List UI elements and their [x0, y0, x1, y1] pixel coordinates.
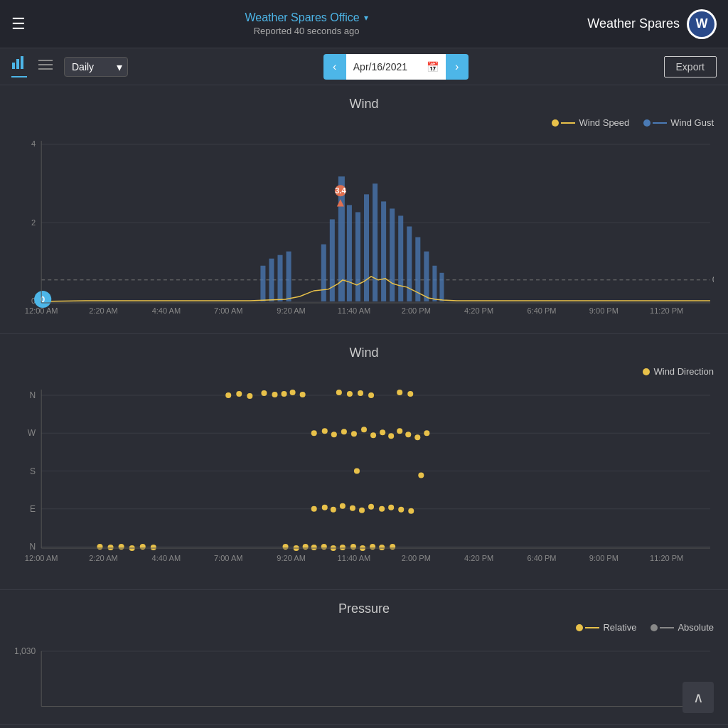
toolbar: Daily Weekly Monthly ‹ Apr/16/2021 📅 › E…	[0, 48, 728, 85]
svg-point-90	[311, 506, 317, 512]
svg-text:2:00 PM: 2:00 PM	[402, 554, 431, 562]
svg-rect-30	[424, 252, 429, 301]
svg-text:7:00 AM: 7:00 AM	[214, 554, 242, 562]
next-date-button[interactable]: ›	[446, 54, 469, 80]
date-nav: ‹ Apr/16/2021 📅 ›	[323, 54, 469, 80]
svg-point-111	[321, 544, 327, 550]
station-chevron-icon: ▾	[364, 13, 368, 23]
svg-point-81	[370, 432, 376, 438]
svg-point-116	[370, 544, 375, 550]
svg-text:9:20 AM: 9:20 AM	[277, 306, 305, 315]
svg-text:3.4: 3.4	[335, 186, 346, 195]
menu-icon[interactable]: ☰	[11, 15, 26, 33]
svg-text:E: E	[30, 504, 36, 514]
wind-speed-legend: Wind Speed	[552, 117, 629, 128]
svg-text:N: N	[29, 390, 36, 400]
svg-point-82	[380, 429, 385, 435]
pressure-chart-title: Pressure	[14, 601, 714, 616]
svg-point-84	[397, 428, 402, 434]
wind-chart1-title: Wind	[14, 97, 714, 112]
period-select-wrapper[interactable]: Daily Weekly Monthly	[64, 57, 128, 77]
svg-point-103	[119, 544, 124, 550]
prev-date-button[interactable]: ‹	[323, 54, 346, 80]
svg-point-75	[311, 430, 317, 436]
wind-direction-chart: N W S E N	[14, 382, 714, 575]
svg-point-77	[331, 432, 337, 437]
brand-name: Weather Spares	[587, 16, 680, 31]
svg-rect-23	[364, 194, 369, 301]
svg-point-101	[97, 544, 102, 550]
svg-point-86	[414, 434, 420, 440]
svg-text:2:20 AM: 2:20 AM	[89, 306, 117, 315]
export-button[interactable]: Export	[664, 56, 717, 77]
svg-point-73	[397, 390, 402, 395]
svg-text:W: W	[28, 428, 36, 438]
station-selector[interactable]: Weather Spares Office ▾	[245, 11, 368, 24]
svg-text:2:20 AM: 2:20 AM	[89, 554, 117, 562]
svg-point-105	[140, 544, 146, 550]
svg-point-89	[418, 473, 424, 478]
svg-text:9:00 PM: 9:00 PM	[589, 554, 619, 562]
svg-text:11:40 AM: 11:40 AM	[338, 306, 371, 315]
wind-speed-legend-label: Wind Speed	[579, 117, 629, 128]
chart-icon[interactable]	[11, 55, 27, 77]
svg-text:4: 4	[31, 139, 36, 148]
svg-rect-2	[21, 56, 23, 69]
svg-point-113	[340, 545, 346, 550]
svg-point-74	[407, 391, 413, 397]
svg-text:12:00 AM: 12:00 AM	[25, 554, 58, 562]
period-select[interactable]: Daily Weekly Monthly	[64, 57, 128, 77]
svg-rect-28	[407, 227, 412, 301]
svg-text:12:00 AM: 12:00 AM	[25, 306, 58, 315]
svg-point-100	[408, 508, 414, 514]
svg-text:6:40 PM: 6:40 PM	[527, 306, 556, 315]
svg-point-114	[350, 544, 356, 550]
date-value: Apr/16/2021	[353, 61, 407, 73]
wind-speed-chart: 4 2 0 0.6	[14, 134, 714, 319]
svg-text:N: N	[29, 542, 36, 552]
svg-point-78	[341, 429, 347, 434]
svg-text:4:40 AM: 4:40 AM	[152, 306, 181, 315]
svg-point-96	[368, 504, 374, 510]
svg-point-64	[261, 390, 267, 396]
svg-rect-17	[287, 252, 291, 301]
list-icon[interactable]	[38, 58, 53, 75]
wind-chart2-legend: Wind Direction	[14, 366, 714, 377]
svg-text:7:00 AM: 7:00 AM	[214, 306, 242, 315]
svg-point-66	[282, 391, 287, 397]
svg-text:9:20 AM: 9:20 AM	[277, 554, 305, 562]
svg-point-71	[358, 390, 363, 396]
svg-point-72	[368, 392, 374, 398]
svg-rect-15	[269, 259, 274, 301]
svg-text:11:20 PM: 11:20 PM	[650, 306, 683, 315]
svg-point-117	[379, 545, 385, 550]
header-center: Weather Spares Office ▾ Reported 40 seco…	[26, 11, 587, 36]
svg-text:4:20 PM: 4:20 PM	[464, 554, 493, 562]
wind-direction-legend-label: Wind Direction	[653, 366, 714, 377]
svg-rect-22	[355, 212, 360, 301]
absolute-legend: Absolute	[651, 622, 714, 633]
date-display[interactable]: Apr/16/2021 📅	[346, 54, 446, 80]
svg-rect-24	[373, 183, 378, 301]
svg-rect-27	[398, 215, 403, 301]
svg-point-87	[424, 430, 429, 436]
svg-point-109	[303, 544, 309, 550]
svg-point-98	[388, 505, 394, 510]
svg-text:9:00 PM: 9:00 PM	[589, 306, 619, 315]
svg-rect-31	[432, 266, 437, 301]
wind-direction-legend: Wind Direction	[643, 366, 714, 377]
scroll-top-button[interactable]: ∧	[682, 682, 714, 713]
svg-point-63	[247, 393, 252, 399]
chevron-up-icon: ∧	[693, 689, 704, 706]
wind-gust-legend: Wind Gust	[643, 117, 714, 128]
pressure-section: Pressure Relative Absolute 1,030	[0, 590, 728, 724]
svg-rect-16	[278, 255, 283, 301]
svg-point-99	[398, 507, 404, 513]
svg-rect-19	[330, 219, 335, 301]
svg-text:4:20 PM: 4:20 PM	[464, 306, 493, 315]
svg-point-94	[350, 505, 355, 511]
svg-point-97	[379, 506, 385, 512]
svg-point-110	[311, 545, 317, 550]
absolute-legend-label: Absolute	[678, 622, 714, 633]
svg-point-85	[405, 432, 411, 437]
